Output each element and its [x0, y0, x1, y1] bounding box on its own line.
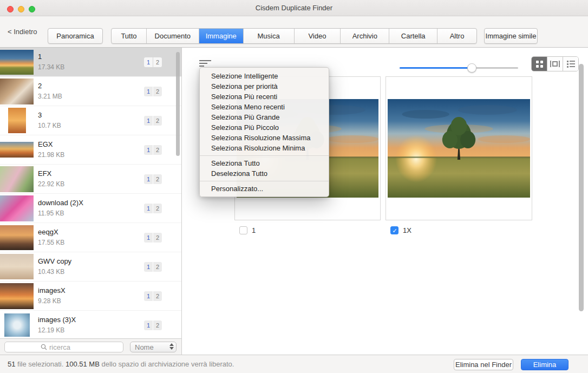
coverflow-view-button[interactable] [547, 57, 563, 71]
duplicate-count-badge: 1 2 [144, 116, 162, 126]
file-size: 3.21 MB [38, 92, 144, 101]
checkbox-unchecked[interactable] [239, 226, 247, 234]
toolbar: < Indietro Panoramica Tutto Documento Im… [0, 16, 588, 48]
list-item[interactable]: images (3)X 12.19 KB 1 2 [0, 311, 181, 338]
slider-fill [400, 67, 472, 69]
delete-button[interactable]: Elimina [521, 359, 569, 370]
sort-value: Nome [135, 343, 154, 351]
status-text: 51 file selezionati. 100.51 MB dello spa… [8, 360, 234, 368]
file-name: GWV copy [38, 257, 144, 266]
main-scrollbar[interactable] [579, 64, 584, 311]
space-value: 100.51 MB [66, 360, 100, 368]
tab-tutto[interactable]: Tutto [112, 29, 147, 43]
search-field[interactable] [4, 342, 123, 352]
menu-item[interactable]: Deseleziona Tutto [200, 168, 329, 179]
search-icon [41, 344, 47, 350]
duplicate-count-badge: 1 2 [144, 320, 162, 330]
menu-item[interactable]: Selezione Intelligente [200, 71, 329, 81]
menu-item[interactable]: Seleziona per priorità [200, 81, 329, 91]
file-name: imagesX [38, 286, 144, 295]
window-title: Cisdem Duplicate Finder [0, 4, 588, 12]
thumbnail [0, 282, 34, 311]
sidebar-scrollbar[interactable] [176, 52, 180, 156]
back-button[interactable]: < Indietro [8, 28, 37, 36]
file-name: 2 [38, 81, 144, 90]
duplicate-count-badge: 1 2 [144, 174, 162, 184]
file-size: 10.43 KB [38, 267, 144, 277]
thumbnail [0, 223, 34, 252]
tab-musica[interactable]: Musica [244, 29, 295, 43]
list-view-icon [567, 61, 575, 68]
selection-menu-icon[interactable] [199, 60, 211, 67]
list-item[interactable]: EFX 22.92 KB 1 2 [0, 165, 181, 194]
file-size: 22.92 KB [38, 180, 144, 189]
tab-documento[interactable]: Documento [147, 29, 199, 43]
file-size: 21.98 KB [38, 150, 144, 160]
delete-in-finder-button[interactable]: Elimina nel Finder [454, 359, 513, 370]
menu-item[interactable]: Seleziona Meno recenti [200, 102, 329, 112]
selection-menu: Selezione Intelligente Seleziona per pri… [199, 67, 329, 197]
view-mode-toggle [531, 56, 579, 71]
checkbox-label: 1 [252, 226, 256, 234]
duplicate-count-badge: 1 2 [144, 262, 162, 272]
tab-immagine[interactable]: Immagine [199, 29, 244, 43]
tab-cartella[interactable]: Cartella [389, 29, 437, 43]
list-item[interactable]: eeqgX 17.55 KB 1 2 [0, 223, 181, 252]
tab-archivio[interactable]: Archivio [341, 29, 389, 43]
list-item[interactable]: GWV copy 10.43 KB 1 2 [0, 252, 181, 282]
menu-item[interactable]: Seleziona Risoluzione Minima [200, 143, 329, 153]
duplicate-checkbox-row: 1 [239, 226, 256, 234]
file-name: 1 [38, 52, 144, 61]
duplicate-count-badge: 1 2 [144, 233, 162, 243]
coverflow-view-icon [550, 61, 560, 67]
menu-item[interactable]: Seleziona Tutto [200, 158, 329, 168]
thumbnail [0, 252, 34, 282]
list-item[interactable]: 1 17.34 KB 1 2 [0, 48, 181, 77]
tab-altro[interactable]: Altro [437, 29, 476, 43]
list-item[interactable]: download (2)X 11.95 KB 1 2 [0, 194, 181, 223]
menu-item[interactable]: Seleziona Più Piccolo [200, 122, 329, 133]
thumbnail [0, 165, 34, 194]
file-size: 9.28 KB [38, 297, 144, 306]
duplicate-preview-card[interactable] [386, 76, 532, 220]
search-row: Nome [0, 338, 182, 355]
duplicate-count-badge: 1 2 [144, 291, 162, 301]
status-bar: 51 file selezionati. 100.51 MB dello spa… [0, 355, 588, 373]
duplicate-count-badge: 1 2 [144, 204, 162, 213]
file-name: images (3)X [38, 315, 144, 324]
thumbnail [0, 77, 34, 106]
overview-button[interactable]: Panoramica [48, 28, 103, 44]
zoom-slider[interactable] [400, 63, 518, 73]
menu-item[interactable]: Personalizzato... [200, 184, 329, 194]
file-size: 11.95 KB [38, 209, 144, 218]
duplicate-count-badge: 1 2 [144, 87, 162, 96]
duplicate-list: 1 17.34 KB 1 2 2 3.21 MB 1 2 3 10.7 [0, 48, 182, 338]
file-size: 12.19 KB [38, 326, 144, 335]
file-name: download (2)X [38, 198, 144, 207]
menu-item[interactable]: Seleziona Risoluzione Massima [200, 133, 329, 143]
duplicate-checkbox-row: 1X [390, 226, 411, 234]
duplicate-count-badge: 1 2 [144, 145, 162, 155]
thumbnail [0, 48, 34, 77]
list-view-button[interactable] [563, 57, 578, 71]
similar-image-button[interactable]: Immagine simile [484, 28, 538, 44]
thumbnail [0, 311, 34, 339]
grid-view-button[interactable] [532, 57, 547, 71]
thumbnail [0, 106, 34, 135]
list-item[interactable]: 3 10.7 KB 1 2 [0, 106, 181, 135]
tab-video[interactable]: Video [295, 29, 341, 43]
menu-item[interactable]: Seleziona Più Grande [200, 112, 329, 122]
list-item[interactable]: imagesX 9.28 KB 1 2 [0, 282, 181, 311]
selected-count: 51 [8, 360, 15, 368]
list-item[interactable]: 2 3.21 MB 1 2 [0, 77, 181, 106]
menu-item[interactable]: Seleziona Più recenti [200, 91, 329, 102]
file-size: 17.34 KB [38, 63, 144, 72]
grid-view-icon [536, 61, 543, 68]
sort-dropdown[interactable]: Nome [130, 342, 177, 352]
slider-thumb[interactable] [467, 63, 476, 73]
checkbox-checked[interactable] [390, 226, 398, 234]
list-item[interactable]: EGX 21.98 KB 1 2 [0, 135, 181, 165]
file-name: EFX [38, 169, 144, 178]
duplicate-count-badge: 1 2 [144, 57, 162, 67]
search-input[interactable] [49, 343, 87, 351]
